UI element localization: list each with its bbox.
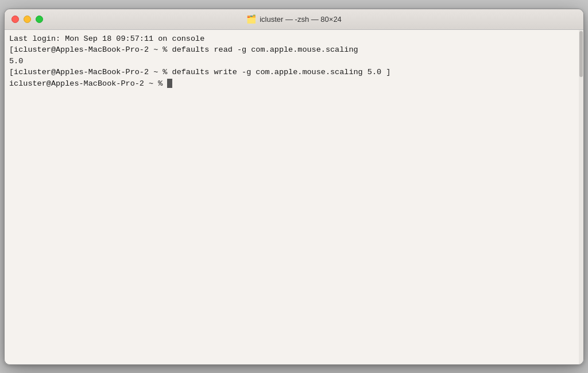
terminal-line-3: 5.0 [9, 56, 579, 67]
scrollbar[interactable] [579, 30, 583, 364]
minimize-button[interactable] [24, 16, 31, 23]
titlebar: 🗂️ icluster — -zsh — 80×24 [5, 9, 583, 30]
terminal-body[interactable]: Last login: Mon Sep 18 09:57:11 on conso… [5, 30, 583, 364]
terminal-line-5: icluster@Apples-MacBook-Pro-2 ~ % [9, 78, 579, 90]
traffic-lights [11, 16, 43, 23]
terminal-line-1: Last login: Mon Sep 18 09:57:11 on conso… [9, 33, 579, 45]
maximize-button[interactable] [36, 16, 43, 23]
terminal-window: 🗂️ icluster — -zsh — 80×24 Last login: M… [4, 9, 584, 365]
close-button[interactable] [11, 16, 19, 23]
folder-icon: 🗂️ [246, 14, 256, 24]
terminal-cursor [167, 79, 172, 88]
scrollbar-thumb[interactable] [579, 31, 583, 77]
terminal-line-2: [icluster@Apples-MacBook-Pro-2 ~ % defau… [9, 44, 579, 56]
title-text: icluster — -zsh — 80×24 [260, 15, 342, 24]
terminal-line-4: [icluster@Apples-MacBook-Pro-2 ~ % defau… [9, 67, 579, 78]
window-title: 🗂️ icluster — -zsh — 80×24 [246, 14, 342, 24]
